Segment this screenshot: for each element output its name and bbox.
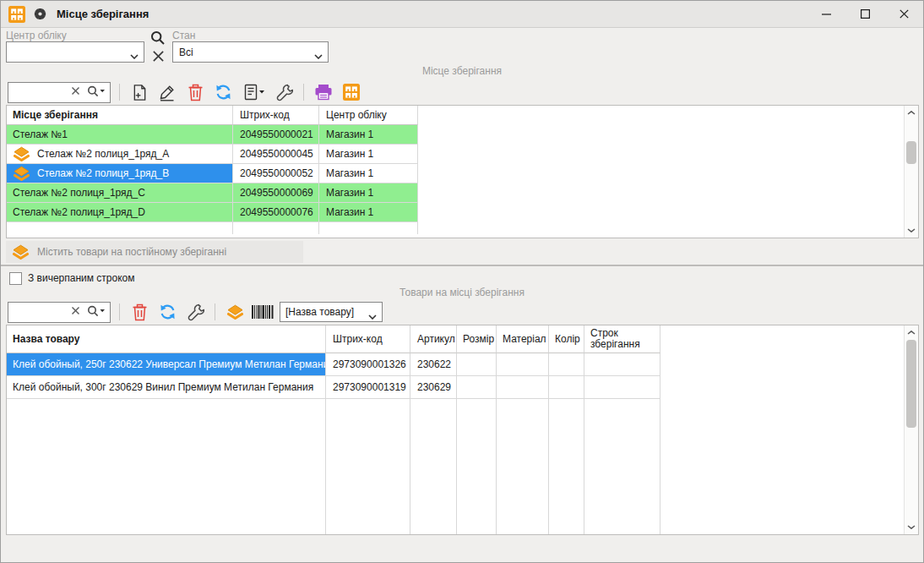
- toolbar-separator: [119, 84, 120, 101]
- chevron-down-icon: [314, 50, 323, 62]
- goods-table-header: Назва товару Штрих-код Артикул Розмір Ма…: [7, 325, 904, 353]
- scroll-down-button[interactable]: [905, 520, 918, 534]
- filter-search-icon[interactable]: [149, 30, 166, 46]
- goods-cell: [457, 376, 497, 399]
- toolbar-separator: [303, 84, 304, 101]
- storage-scheme-button[interactable]: [340, 81, 362, 103]
- goods-cell: Клей обойный, 250г 230622 Универсал Прем…: [7, 353, 326, 376]
- goods-table-row[interactable]: Клей обойный, 250г 230622 Универсал Прем…: [7, 353, 904, 376]
- center-cell: Магазин 1: [319, 125, 418, 145]
- column-header[interactable]: Штрих-код: [233, 106, 319, 125]
- printer-icon: [314, 84, 333, 101]
- search-icon[interactable]: [87, 85, 106, 100]
- column-header[interactable]: Місце зберігання: [7, 106, 233, 125]
- goods-table-body: Клей обойный, 250г 230622 Универсал Прем…: [7, 353, 904, 399]
- center-cell: Магазин 1: [319, 183, 418, 203]
- permanent-goods-button[interactable]: [224, 301, 246, 323]
- app-window: Місце зберігання Центр обліку: [0, 0, 924, 563]
- goods-cell: [584, 353, 660, 376]
- search-icon[interactable]: [87, 305, 106, 320]
- storage-table-row[interactable]: Стелаж №12049550000021Магазин 1: [7, 125, 904, 145]
- column-header[interactable]: Штрих-код: [326, 325, 410, 353]
- goods-cell: [497, 376, 549, 399]
- column-header[interactable]: Матеріал: [497, 325, 549, 353]
- column-header[interactable]: Розмір: [457, 325, 497, 353]
- state-combobox-value: Всі: [179, 46, 193, 58]
- scrollbar-thumb[interactable]: [906, 340, 916, 428]
- service-button[interactable]: [273, 81, 295, 103]
- service-button[interactable]: [184, 301, 206, 323]
- goods-cell: 230622: [410, 353, 457, 376]
- clipboard-list-icon: [242, 84, 265, 101]
- pencil-icon: [159, 84, 176, 101]
- toolbar-separator: [119, 303, 120, 320]
- refresh-button[interactable]: [156, 301, 178, 323]
- goods-table-row[interactable]: Клей обойный, 300г 230629 Винил Премиум …: [7, 376, 904, 399]
- layers-icon: [13, 166, 30, 182]
- grid-extension: [7, 222, 904, 234]
- expired-checkbox[interactable]: [9, 272, 22, 285]
- clear-search-icon[interactable]: [71, 306, 80, 318]
- storage-name-cell: Стелаж №2 полиця_1ряд_A: [7, 145, 233, 164]
- delete-button[interactable]: [184, 81, 206, 103]
- barcode-icon: [252, 305, 274, 319]
- goods-search-input[interactable]: [8, 302, 111, 323]
- empty-cell: [418, 183, 904, 203]
- state-combobox[interactable]: Всі: [172, 41, 329, 63]
- column-header[interactable]: Колір: [549, 325, 584, 353]
- layers-icon: [226, 304, 244, 320]
- storage-table-row[interactable]: Стелаж №2 полиця_1ряд_A2049550000045Мага…: [7, 145, 904, 164]
- goods-cell: [457, 353, 497, 376]
- storage-table-row[interactable]: Стелаж №2 полиця_1ряд_C2049550000069Мага…: [7, 183, 904, 203]
- filter-clear-icon[interactable]: [149, 47, 166, 64]
- storage-table-row[interactable]: Стелаж №2 полиця_1ряд_D2049550000076Мага…: [7, 203, 904, 222]
- layers-icon: [13, 146, 30, 162]
- storage-vertical-scrollbar[interactable]: [904, 106, 918, 238]
- barcode-cell: 2049550000076: [233, 203, 319, 222]
- column-header[interactable]: Центр обліку: [319, 106, 418, 125]
- print-button[interactable]: [313, 81, 334, 103]
- delete-button[interactable]: [128, 301, 150, 323]
- report-button[interactable]: [240, 81, 267, 103]
- storage-name-cell: Стелаж №2 полиця_1ряд_D: [7, 203, 233, 222]
- expired-checkbox-label: З вичерпаним строком: [28, 272, 135, 284]
- minimize-button[interactable]: [807, 1, 845, 27]
- app-logo-icon: [8, 6, 25, 23]
- storage-search-input[interactable]: [8, 82, 111, 103]
- center-filter-label: Центр обліку: [6, 30, 67, 41]
- storage-table-body: Стелаж №12049550000021Магазин 1 Стелаж №…: [7, 125, 904, 222]
- edit-button[interactable]: [156, 81, 178, 103]
- scroll-down-button[interactable]: [905, 223, 918, 238]
- storage-name-cell: Стелаж №2 полиця_1ряд_B: [7, 164, 233, 183]
- scroll-up-button[interactable]: [905, 106, 918, 120]
- refresh-icon: [215, 84, 232, 101]
- barcode-cell: 2049550000069: [233, 183, 319, 203]
- chevron-down-icon: [130, 50, 139, 62]
- barcode-cell: 2049550000021: [233, 125, 319, 145]
- trash-icon: [132, 303, 148, 321]
- goods-vertical-scrollbar[interactable]: [904, 325, 918, 534]
- goods-toolbar: [Назва товару]: [1, 299, 923, 325]
- column-header[interactable]: Назва товару: [7, 325, 326, 353]
- refresh-button[interactable]: [212, 81, 234, 103]
- clear-search-icon[interactable]: [71, 86, 80, 98]
- maximize-button[interactable]: [845, 1, 884, 27]
- empty-cell: [418, 125, 904, 145]
- storage-table-row[interactable]: Стелаж №2 полиця_1ряд_B2049550000052Мага…: [7, 164, 904, 183]
- storage-rack-icon: [343, 84, 360, 101]
- group-by-combobox[interactable]: [Назва товару]: [280, 302, 383, 322]
- document-plus-icon: [132, 84, 148, 101]
- column-header[interactable]: Строк зберігання: [584, 325, 660, 353]
- scroll-up-button[interactable]: [905, 325, 918, 340]
- goods-cell: [549, 353, 584, 376]
- add-button[interactable]: [128, 81, 150, 103]
- center-combobox[interactable]: [6, 41, 144, 63]
- expired-filter-row: З вичерпаним строком: [9, 271, 923, 285]
- barcode-button[interactable]: [252, 301, 274, 323]
- close-button[interactable]: [884, 1, 923, 27]
- settings-gear-icon[interactable]: [33, 7, 47, 21]
- column-header[interactable]: Артикул: [410, 325, 457, 353]
- scrollbar-thumb[interactable]: [906, 141, 916, 164]
- empty-cell: [660, 353, 904, 376]
- goods-cell: 2973090001326: [326, 353, 410, 376]
